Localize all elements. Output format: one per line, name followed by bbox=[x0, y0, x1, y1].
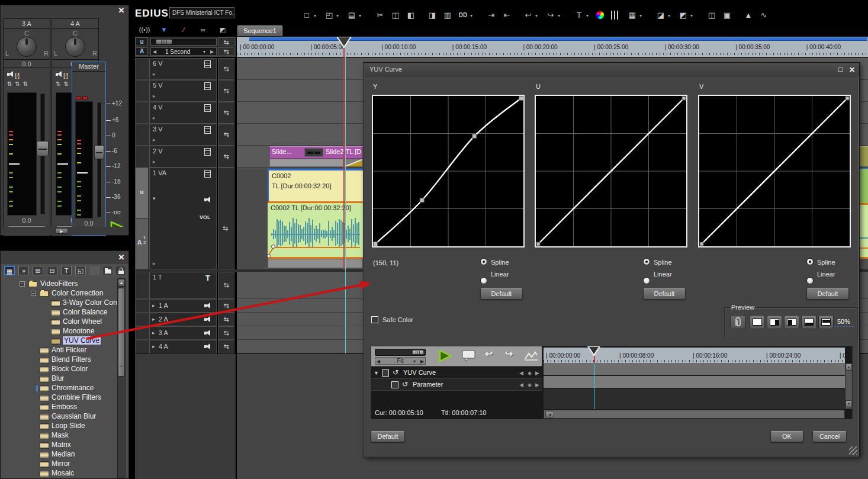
mixer-hscrollbar[interactable]: ▶ bbox=[1, 227, 128, 235]
title-tool-dropdown-icon[interactable]: ▾ bbox=[586, 13, 589, 18]
scroll-up-button[interactable]: ▲ bbox=[118, 279, 125, 287]
speaker-icon[interactable] bbox=[204, 303, 212, 309]
tree-item-block-color[interactable]: Block Color bbox=[52, 365, 88, 373]
tree-expander-icon[interactable]: − bbox=[31, 291, 36, 296]
layouter-icon[interactable]: ▦ bbox=[626, 9, 638, 21]
layouter-dropdown-icon[interactable]: ▾ bbox=[639, 13, 642, 18]
overwrite-mode-icon[interactable]: ◩ bbox=[214, 25, 231, 35]
timeline-zoom-slider[interactable] bbox=[150, 38, 217, 46]
title-tool-icon[interactable]: T bbox=[573, 9, 585, 21]
kf-row-yuv-curve[interactable]: ▼↺YUV Curve◀◆▶ bbox=[371, 367, 542, 379]
transition-filter-icon[interactable]: ⊞ bbox=[33, 266, 43, 275]
curve-canvas[interactable] bbox=[535, 95, 687, 247]
open-project-dropdown-icon[interactable]: ▾ bbox=[336, 13, 339, 18]
audio-fade-icon[interactable]: ◩ bbox=[677, 9, 689, 21]
channel-fader-mode-icons[interactable]: ⇅⇅⇅ bbox=[7, 81, 31, 87]
clip-mixer-strip[interactable] bbox=[268, 259, 363, 268]
kf-hscrollbar[interactable]: ◀ bbox=[544, 410, 845, 419]
curve-default-button[interactable]: Default bbox=[643, 288, 686, 300]
track-patch-icon[interactable]: ⇆ bbox=[218, 47, 234, 56]
track-patch-cell[interactable]: ⇆ bbox=[218, 299, 234, 313]
audio-cross-fade-icon[interactable]: ⊟ bbox=[47, 266, 57, 275]
scroll-thumb[interactable]: ≡ bbox=[118, 288, 125, 377]
track-header-4a[interactable]: ▸4 A bbox=[149, 340, 217, 353]
add-to-player-icon[interactable]: ◨ bbox=[426, 9, 438, 21]
set-in-point-icon[interactable]: ⇥ bbox=[486, 9, 497, 21]
preview-clip-button[interactable] bbox=[730, 315, 745, 329]
track-header-2a[interactable]: ▸2 A bbox=[149, 313, 217, 326]
track-header-3v[interactable]: 3 V▸ bbox=[149, 124, 217, 146]
clip-slide-group[interactable]: Slide... Slide2 TL [D... bbox=[269, 146, 363, 159]
pan-knob[interactable] bbox=[17, 37, 37, 57]
kf-track-row[interactable] bbox=[544, 363, 845, 375]
kf-playhead[interactable] bbox=[587, 346, 600, 356]
undo-dropdown-icon[interactable]: ▾ bbox=[535, 13, 538, 18]
track-patch-cell[interactable]: ⇆ bbox=[218, 326, 234, 340]
kf-comment-icon[interactable] bbox=[461, 349, 477, 362]
kf-add-key-icon[interactable]: ◆ bbox=[528, 382, 532, 388]
keyer-icon[interactable]: ◱ bbox=[75, 266, 86, 275]
undo-icon[interactable]: ↩ bbox=[522, 9, 534, 21]
patch-icon[interactable]: ⇆ bbox=[223, 224, 228, 232]
tree-item-yuv-curve[interactable]: YUV Curve bbox=[63, 336, 101, 345]
curve-canvas[interactable] bbox=[698, 95, 851, 247]
linear-radio[interactable] bbox=[480, 277, 487, 284]
new-sequence-icon[interactable]: □ bbox=[301, 9, 313, 21]
tree-item-videofilters[interactable]: VideoFilters bbox=[40, 279, 78, 288]
speaker-mute-icon[interactable]: [∕] bbox=[56, 71, 68, 79]
tree-item-mirror[interactable]: Mirror bbox=[52, 459, 70, 468]
volume-mode-label[interactable]: VOL bbox=[200, 214, 211, 220]
effects-close-icon[interactable]: ✕ bbox=[117, 253, 126, 262]
audio-expand-icon[interactable]: ▾ bbox=[153, 195, 156, 201]
paste-icon[interactable]: ◧ bbox=[405, 9, 417, 21]
add-to-bin-icon[interactable]: ▥ bbox=[442, 9, 454, 21]
kf-prev-key-icon[interactable]: ◀ bbox=[519, 370, 523, 376]
expand-icon[interactable]: ▸ bbox=[152, 303, 155, 308]
expand-icon[interactable]: ▸ bbox=[152, 343, 155, 349]
waveform-cache-icon[interactable]: ∿ bbox=[758, 9, 770, 21]
kf-graph-icon[interactable] bbox=[524, 351, 538, 361]
fit-prev-icon[interactable]: ◀ bbox=[377, 358, 380, 365]
kf-vscrollbar[interactable]: ▲ ▼ bbox=[845, 363, 853, 409]
kf-track-area[interactable] bbox=[544, 389, 845, 409]
volume-node[interactable] bbox=[268, 254, 271, 258]
spline-radio[interactable] bbox=[643, 258, 650, 265]
redo-icon[interactable]: ↪ bbox=[545, 9, 557, 21]
lock-icon[interactable] bbox=[115, 266, 126, 275]
transition-clip[interactable] bbox=[343, 159, 363, 167]
track-patch-cell[interactable]: ⇆ bbox=[218, 124, 234, 146]
linear-radio[interactable] bbox=[806, 277, 814, 284]
cut-icon[interactable]: ✂ bbox=[374, 9, 386, 21]
kf-play-icon[interactable] bbox=[438, 349, 453, 363]
kf-loop-icon[interactable]: ↺ bbox=[402, 380, 408, 388]
expand-icon[interactable]: ▸ bbox=[152, 316, 155, 322]
kf-enable-checkbox[interactable] bbox=[382, 369, 389, 377]
scroll-left-button[interactable]: ◀ bbox=[545, 411, 554, 417]
speaker-icon[interactable] bbox=[204, 343, 212, 350]
fit-dropdown-icon[interactable]: ▾ bbox=[413, 358, 416, 365]
speaker-icon[interactable] bbox=[204, 197, 212, 203]
scroll-down-button[interactable]: ▼ bbox=[846, 400, 852, 407]
effects-titlebar[interactable] bbox=[1, 251, 128, 264]
kf-prev-key-icon[interactable]: ◀ bbox=[519, 382, 523, 388]
safe-color-checkbox[interactable] bbox=[371, 316, 378, 323]
capture-icon[interactable]: ▣ bbox=[721, 9, 733, 21]
track-patch-cell[interactable]: ⇆ bbox=[218, 102, 234, 124]
tree-item-emboss[interactable]: Emboss bbox=[52, 403, 77, 411]
expand-icon[interactable]: ▸ bbox=[153, 115, 156, 121]
tree-item-blur[interactable]: Blur bbox=[52, 374, 64, 382]
set-out-point-icon[interactable]: ⇤ bbox=[501, 9, 513, 21]
sequence-tab[interactable]: Sequence1 bbox=[237, 25, 283, 36]
tree-item-color-balance[interactable]: Color Balance bbox=[63, 308, 107, 316]
timeline-ruler[interactable]: | 00:00:00:00| 00:00:05:00| 00:00:10:00|… bbox=[237, 37, 868, 57]
expand-icon[interactable]: ▸ bbox=[153, 71, 156, 77]
track-header-2v[interactable]: 2 V▸ bbox=[149, 146, 217, 168]
track-patch-cell[interactable]: ⇆ bbox=[218, 313, 234, 326]
kf-redo-icon[interactable]: ↪ bbox=[505, 348, 513, 359]
fit-next-icon[interactable]: ▶ bbox=[420, 358, 424, 365]
curve-default-button[interactable]: Default bbox=[806, 288, 849, 300]
cancel-button[interactable]: Cancel bbox=[812, 431, 847, 442]
timescale-select[interactable]: ◀ 1 Second ▾ ▶ bbox=[150, 47, 217, 56]
tree-item-anti-flicker[interactable]: Anti Flicker bbox=[52, 346, 86, 354]
expand-icon[interactable]: ▸ bbox=[152, 330, 155, 336]
